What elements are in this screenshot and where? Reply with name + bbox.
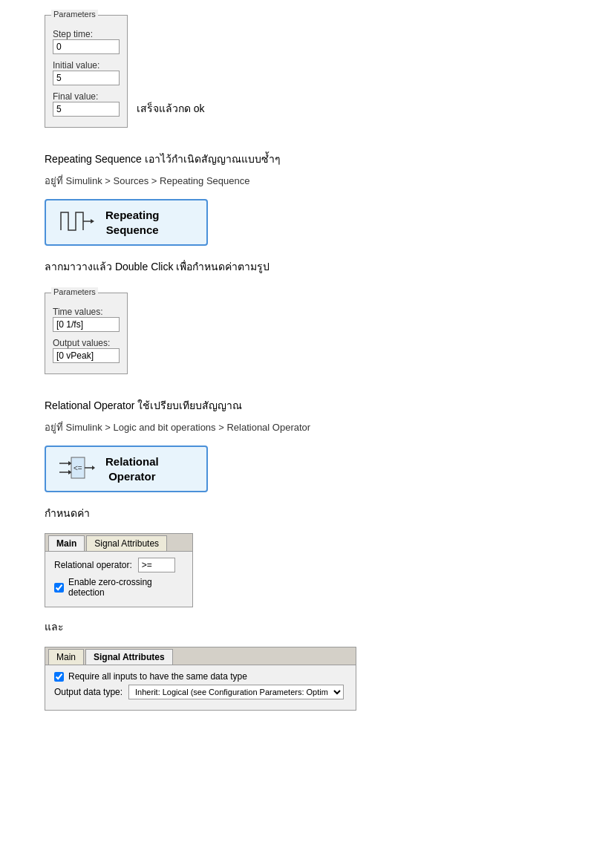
relational-operator-icon: <=	[58, 453, 95, 485]
params2-legend: Parameters	[51, 287, 98, 296]
same-datatype-checkbox[interactable]	[54, 672, 64, 682]
and-text: และ	[45, 619, 564, 635]
repeating-sequence-label: Repeating Sequence	[105, 208, 160, 237]
dialog2-tab-signal[interactable]: Signal Attributes	[85, 649, 173, 665]
zero-crossing-checkbox[interactable]	[54, 583, 64, 593]
final-value-label: Final value:	[53, 91, 98, 102]
relational-operator-block: <= Relational Operator	[45, 446, 208, 492]
dialog1-box: Main Signal Attributes Relational operat…	[45, 533, 193, 607]
svg-marker-9	[92, 466, 95, 470]
zero-crossing-row: Enable zero-crossing detection	[54, 577, 183, 598]
final-value-input[interactable]: 5	[53, 102, 120, 117]
relational-op-label: Relational operator:	[54, 560, 132, 570]
time-values-input[interactable]: [0 1/fs]	[53, 317, 120, 332]
dialog1-tabs: Main Signal Attributes	[45, 534, 192, 552]
dialog1-content: Relational operator: Enable zero-crossin…	[45, 552, 192, 607]
set-value-text: กำหนดค่า	[45, 506, 564, 521]
output-datatype-row: Output data type: Inherit: Logical (see …	[54, 685, 347, 699]
params1-legend: Parameters	[51, 10, 98, 19]
repeating-sequence-block: Repeating Sequence	[45, 199, 208, 246]
output-values-label: Output values:	[53, 338, 110, 348]
relational-op-title: Relational Operator ใช้เปรียบเทียบสัญญาณ	[45, 398, 564, 414]
same-datatype-row: Require all inputs to have the same data…	[54, 671, 347, 682]
step-time-input[interactable]: 0	[53, 39, 120, 54]
svg-marker-1	[91, 219, 94, 223]
dialog2-tab-main[interactable]: Main	[48, 649, 84, 665]
dialog2-content: Require all inputs to have the same data…	[45, 665, 356, 710]
step-time-label: Step time:	[53, 29, 93, 39]
initial-value-label: Initial value:	[53, 60, 99, 71]
relational-op-input[interactable]	[138, 558, 175, 572]
relational-op-location: อยู่ที่ Simulink > Logic and bit operati…	[45, 420, 564, 435]
done-text: เสร็จแล้วกด ok	[137, 102, 205, 114]
dialog2-tabs: Main Signal Attributes	[45, 647, 356, 665]
drag-text: ลากมาวางแล้ว Double Click เพื่อกำหนดค่าต…	[45, 259, 564, 275]
same-datatype-label: Require all inputs to have the same data…	[68, 671, 247, 682]
dialog2-box: Main Signal Attributes Require all input…	[45, 647, 356, 711]
output-datatype-select[interactable]: Inherit: Logical (see Configuration Para…	[128, 685, 344, 699]
dialog1-tab-main[interactable]: Main	[48, 535, 85, 551]
output-values-input[interactable]: [0 vPeak]	[53, 348, 120, 363]
params2-inner: Time values: [0 1/fs] Output values: [0 …	[45, 296, 127, 373]
parameters-box-1: Parameters Step time: 0 Initial value: 5…	[45, 15, 128, 128]
main-content: Parameters Step time: 0 Initial value: 5…	[45, 15, 564, 717]
zero-crossing-label: Enable zero-crossing detection	[68, 577, 183, 598]
repeating-seq-location: อยู่ที่ Simulink > Sources > Repeating S…	[45, 173, 564, 189]
svg-text:<=: <=	[74, 464, 82, 472]
relational-operator-label: Relational Operator	[105, 454, 159, 483]
relational-op-row: Relational operator:	[54, 558, 183, 572]
params1-inner: Step time: 0 Initial value: 5 Final valu…	[45, 19, 127, 127]
repeating-seq-title: Repeating Sequence เอาไว้กำเนิดสัญญาณแบบ…	[45, 151, 564, 167]
dialog1-tab-signal[interactable]: Signal Attributes	[86, 535, 167, 551]
output-datatype-label: Output data type:	[54, 687, 123, 697]
time-values-label: Time values:	[53, 307, 103, 317]
parameters-box-2: Parameters Time values: [0 1/fs] Output …	[45, 293, 128, 374]
initial-value-input[interactable]: 5	[53, 71, 120, 85]
repeating-sequence-icon	[58, 206, 95, 238]
